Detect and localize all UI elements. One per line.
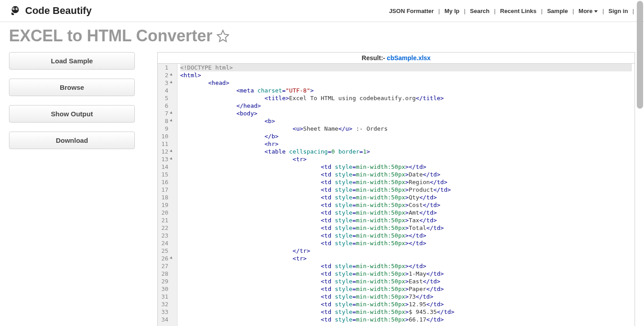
gutter-line: 27 — [161, 262, 173, 270]
gutter-line: 16 — [161, 178, 173, 186]
fold-icon[interactable] — [170, 150, 173, 153]
gutter-line: 11 — [161, 140, 173, 148]
code-line[interactable]: <u>Sheet Name</u> :- Orders — [180, 125, 632, 132]
gutter-line: 18 — [161, 194, 173, 201]
gutter-line: 21 — [161, 216, 173, 224]
gutter-line: 30 — [161, 285, 173, 293]
gutter-line: 1 — [161, 64, 173, 71]
editor-code[interactable]: <!DOCTYPE html><html> <head> <meta chars… — [178, 64, 635, 326]
gutter-line: 19 — [161, 201, 173, 209]
gutter-line: 22 — [161, 224, 173, 232]
star-icon[interactable] — [216, 29, 230, 43]
nav-json-formatter[interactable]: JSON Formatter — [387, 7, 436, 15]
nav-my-ip[interactable]: My Ip — [443, 7, 461, 15]
logo-area[interactable]: Code Beautify — [9, 4, 92, 17]
code-line[interactable]: <td style=min-width:50px>Tax</td> — [180, 216, 632, 224]
code-line[interactable]: <td style=min-width:50px></td> — [180, 262, 632, 270]
code-line[interactable]: <td style=min-width:50px>Amt</td> — [180, 209, 632, 216]
gutter-line: 23 — [161, 232, 173, 239]
code-line[interactable]: <td style=min-width:50px></td> — [180, 163, 632, 171]
content: Load Sample Browse Show Output Download … — [0, 52, 644, 326]
gutter-line: 15 — [161, 171, 173, 178]
gutter-line: 13 — [161, 155, 173, 163]
gutter-line: 17 — [161, 186, 173, 194]
show-output-button[interactable]: Show Output — [9, 105, 135, 123]
chevron-down-icon — [594, 10, 598, 13]
nav-more[interactable]: More — [577, 7, 600, 15]
code-line[interactable]: <body> — [180, 110, 632, 117]
code-line[interactable]: <tr> — [180, 155, 632, 163]
code-line[interactable]: <td style=min-width:50px>Date</td> — [180, 171, 632, 178]
nav-recent-links[interactable]: Recent Links — [498, 7, 538, 15]
page-title: EXCEL to HTML Converter — [9, 26, 213, 45]
code-line[interactable]: <td style=min-width:50px>Qty</td> — [180, 194, 632, 201]
logo-text: Code Beautify — [25, 5, 92, 17]
code-line[interactable]: <td style=min-width:50px>Product</td> — [180, 186, 632, 194]
download-button[interactable]: Download — [9, 132, 135, 149]
gutter-line: 9 — [161, 125, 173, 132]
result-header: Result:- cbSample.xlsx — [158, 53, 635, 64]
code-line[interactable]: </head> — [180, 102, 632, 110]
code-line[interactable]: <meta charset="UTF-8"> — [180, 87, 632, 94]
result-area: Result:- cbSample.xlsx 12345678910111213… — [157, 52, 635, 326]
code-line[interactable]: <html> — [180, 71, 632, 79]
code-line[interactable]: <td style=min-width:50px>Paper</td> — [180, 285, 632, 293]
code-line[interactable]: <td style=min-width:50px>12.95</td> — [180, 300, 632, 308]
fold-icon[interactable] — [170, 257, 173, 260]
code-line[interactable]: <hr> — [180, 140, 632, 148]
code-line[interactable]: <!DOCTYPE html> — [180, 64, 632, 71]
code-line[interactable]: <head> — [180, 79, 632, 87]
code-line[interactable]: <td style=min-width:50px>$ 945.35</td> — [180, 308, 632, 316]
fold-icon[interactable] — [170, 74, 173, 77]
editor-gutter: 1234567891011121314151617181920212223242… — [158, 64, 178, 326]
gutter-line: 32 — [161, 300, 173, 308]
gutter-line: 4 — [161, 87, 173, 94]
nav-search[interactable]: Search — [468, 7, 491, 15]
code-line[interactable]: <td style=min-width:50px>Total</td> — [180, 224, 632, 232]
gutter-line: 7 — [161, 110, 173, 117]
gutter-line: 26 — [161, 255, 173, 262]
code-line[interactable]: <td style=min-width:50px>Cost</td> — [180, 201, 632, 209]
gutter-line: 33 — [161, 308, 173, 316]
gutter-line: 24 — [161, 239, 173, 247]
code-line[interactable]: <tr> — [180, 255, 632, 262]
nav-sample[interactable]: Sample — [545, 7, 569, 15]
gutter-line: 2 — [161, 71, 173, 79]
code-line[interactable]: <b> — [180, 117, 632, 125]
gutter-line: 5 — [161, 94, 173, 102]
gutter-line: 8 — [161, 117, 173, 125]
code-line[interactable]: <td style=min-width:50px>East</td> — [180, 278, 632, 285]
code-line[interactable]: <td style=min-width:50px>1-May</td> — [180, 270, 632, 278]
gutter-line: 10 — [161, 132, 173, 140]
code-line[interactable]: <td style=min-width:50px>66.17</td> — [180, 316, 632, 323]
fold-icon[interactable] — [170, 81, 173, 84]
code-line[interactable]: <td style=min-width:50px>Region</td> — [180, 178, 632, 186]
sidebar: Load Sample Browse Show Output Download — [9, 52, 135, 326]
nav-links: JSON Formatter| My Ip| Search| Recent Li… — [387, 7, 635, 15]
nav-sign-in[interactable]: Sign in — [607, 7, 630, 15]
fold-icon[interactable] — [170, 158, 173, 161]
result-filename[interactable]: cbSample.xlsx — [387, 54, 431, 62]
load-sample-button[interactable]: Load Sample — [9, 52, 135, 70]
page-title-area: EXCEL to HTML Converter — [0, 22, 644, 52]
result-label: Result:- — [362, 54, 387, 62]
gutter-line: 6 — [161, 102, 173, 110]
code-line[interactable]: <table cellspacing=0 border=1> — [180, 148, 632, 155]
code-line[interactable]: <td style=min-width:50px>73</td> — [180, 293, 632, 300]
code-line[interactable]: </tr> — [180, 247, 632, 255]
fold-icon[interactable] — [170, 119, 173, 123]
browse-button[interactable]: Browse — [9, 79, 135, 96]
fold-icon[interactable] — [170, 112, 173, 115]
gutter-line: 14 — [161, 163, 173, 171]
code-line[interactable]: <td style=min-width:50px></td> — [180, 232, 632, 239]
gutter-line: 31 — [161, 293, 173, 300]
code-line[interactable]: <td style=min-width:50px></td> — [180, 239, 632, 247]
code-editor[interactable]: 1234567891011121314151617181920212223242… — [158, 64, 635, 326]
svg-point-4 — [17, 8, 18, 9]
code-line[interactable]: </b> — [180, 132, 632, 140]
code-line[interactable]: <title>Excel To HTML using codebeautify.… — [180, 94, 632, 102]
svg-point-0 — [12, 6, 19, 13]
scrollbar[interactable] — [637, 1, 643, 109]
svg-point-3 — [13, 8, 15, 9]
gutter-line: 29 — [161, 278, 173, 285]
